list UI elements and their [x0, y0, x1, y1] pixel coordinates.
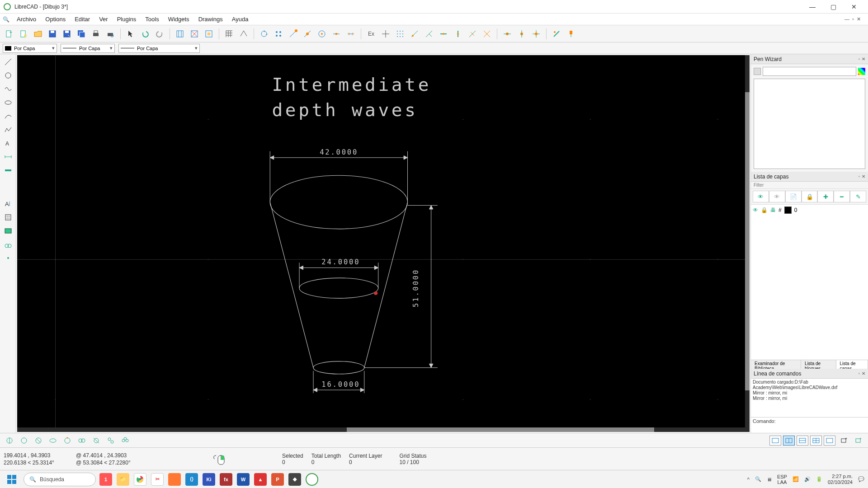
mdi-close-button[interactable]: ✕	[857, 16, 861, 22]
canvas-scrollbar-horizontal[interactable]	[17, 427, 750, 432]
measure-tool[interactable]	[2, 164, 14, 176]
grid-button[interactable]	[223, 28, 236, 40]
menu-widgets[interactable]: Widgets	[164, 15, 194, 23]
tab-library[interactable]: Examinador de Biblioteca	[751, 360, 801, 369]
circle-btn-4[interactable]	[47, 435, 59, 446]
snap-free-button[interactable]	[258, 28, 270, 40]
remove-tab-button[interactable]: +	[853, 435, 864, 446]
dimension-tool[interactable]	[2, 151, 14, 163]
save-button[interactable]	[46, 28, 59, 40]
pen-select[interactable]	[763, 67, 856, 76]
close-button[interactable]: ✕	[844, 0, 864, 14]
lock-layers-button[interactable]: 🔒	[802, 191, 818, 202]
extend-button[interactable]	[565, 28, 577, 40]
layer-row-0[interactable]: 👁 🔒 🖶 # 0	[751, 205, 868, 216]
construction-icon[interactable]: #	[778, 207, 782, 213]
image-tool[interactable]	[2, 225, 14, 237]
taskbar-vscode[interactable]: ⟨⟩	[185, 473, 198, 486]
taskbar-pdf[interactable]: ▲	[254, 473, 267, 486]
dock-icon[interactable]: ▫	[858, 371, 860, 376]
mdi-minimize-button[interactable]: —	[844, 16, 849, 22]
layer-filter[interactable]: Filter	[751, 182, 868, 189]
mdi-restore-button[interactable]: ▫	[852, 16, 854, 22]
polyline-tool[interactable]	[2, 124, 14, 136]
taskbar-librecad[interactable]	[306, 473, 318, 486]
taskbar-explorer[interactable]: 📁	[117, 473, 129, 486]
tab-view-4[interactable]	[810, 436, 822, 446]
relative-zero-button[interactable]	[501, 28, 514, 40]
close-panel-icon[interactable]: ✕	[862, 371, 865, 376]
tray-chevron-icon[interactable]: ^	[747, 477, 750, 482]
color-combo[interactable]: Por Capa▾	[3, 44, 57, 53]
lock-icon[interactable]: 🔒	[761, 207, 768, 213]
linetype-combo[interactable]: Por Capa▾	[118, 44, 200, 53]
snap-grid-button[interactable]	[272, 28, 285, 40]
tray-search-icon[interactable]: 🔍	[755, 476, 761, 482]
start-button[interactable]	[4, 472, 20, 487]
add-layer-button[interactable]: ✚	[817, 191, 834, 202]
snap-onentity-button[interactable]	[301, 28, 314, 40]
taskbar-snipping[interactable]: ✂	[151, 473, 164, 486]
zoom-extents-button[interactable]	[188, 28, 201, 40]
restrict-vertical-button[interactable]	[452, 28, 464, 40]
saveall-button[interactable]	[75, 28, 88, 40]
freeze-layers-button[interactable]: 📄	[785, 191, 802, 202]
circle-btn-2[interactable]	[18, 435, 30, 446]
taskbar-powerpoint[interactable]: P	[271, 473, 284, 486]
menu-plugins[interactable]: Plugins	[113, 15, 141, 23]
circle-btn-9[interactable]	[119, 435, 131, 446]
circle-btn-1[interactable]	[4, 435, 15, 446]
tray-volume-icon[interactable]: 🔊	[804, 476, 811, 482]
penwizard-header[interactable]: Pen Wizard ▫✕	[751, 54, 868, 64]
snap-distance-button[interactable]	[344, 28, 357, 40]
circle-btn-7[interactable]	[90, 435, 102, 446]
snap-intersection-button[interactable]	[379, 28, 392, 40]
taskbar-app-1[interactable]: 1	[99, 473, 112, 486]
tray-notifications-icon[interactable]: 💬	[858, 476, 864, 482]
add-tab-button[interactable]: +	[838, 435, 850, 446]
hide-all-layers-button[interactable]: 👁	[769, 191, 785, 202]
circle-btn-8[interactable]	[105, 435, 117, 446]
saveas-button[interactable]	[61, 28, 73, 40]
width-combo[interactable]: Por Capa▾	[61, 44, 115, 53]
line-tool[interactable]	[2, 56, 14, 68]
modify-rotate-button[interactable]	[481, 28, 493, 40]
print-button[interactable]	[90, 28, 102, 40]
restrict-ortho-button[interactable]	[423, 28, 435, 40]
hatch-tool[interactable]	[2, 211, 14, 223]
menu-drawings[interactable]: Drawings	[194, 15, 227, 23]
tray-language[interactable]: ESPLAA	[777, 474, 787, 485]
snap-dots-button[interactable]	[394, 28, 406, 40]
menu-tools[interactable]: Tools	[141, 15, 163, 23]
remove-layer-button[interactable]: ━	[834, 191, 850, 202]
taskbar-app-fx[interactable]: fx	[220, 473, 232, 486]
command-input[interactable]	[753, 424, 866, 432]
snap-center-button[interactable]	[316, 28, 328, 40]
ellipse-tool[interactable]	[2, 97, 14, 108]
zoom-window-button[interactable]	[174, 28, 186, 40]
taskbar-word[interactable]: W	[237, 473, 250, 486]
point-tool[interactable]	[2, 252, 14, 264]
set-relative-button[interactable]	[530, 28, 542, 40]
ex-button[interactable]: Ex	[365, 28, 377, 40]
layer-color-swatch[interactable]	[784, 206, 792, 214]
new-button[interactable]: +	[3, 28, 15, 40]
color-swatch-button[interactable]	[858, 68, 865, 75]
taskbar-inkscape[interactable]: ◆	[288, 473, 301, 486]
redo-button[interactable]	[153, 28, 166, 40]
print-icon[interactable]: 🖶	[770, 207, 776, 213]
circle-btn-6[interactable]	[76, 435, 88, 446]
show-all-layers-button[interactable]: 👁	[753, 191, 769, 202]
dock-icon[interactable]: ▫	[858, 56, 860, 61]
taskbar-chrome[interactable]	[134, 473, 146, 486]
close-panel-icon[interactable]: ✕	[862, 56, 865, 61]
lock-relative-button[interactable]	[515, 28, 528, 40]
dock-icon[interactable]: ▫	[858, 174, 860, 179]
snap-endpoint-button[interactable]	[287, 28, 299, 40]
taskbar-search[interactable]: 🔍 Búsqueda	[24, 473, 96, 486]
tab-view-5[interactable]	[824, 436, 835, 446]
modify-move-button[interactable]	[466, 28, 479, 40]
taskbar-app-orange[interactable]	[168, 473, 181, 486]
menu-ver[interactable]: Ver	[94, 15, 113, 23]
eye-icon[interactable]: 👁	[753, 207, 758, 213]
